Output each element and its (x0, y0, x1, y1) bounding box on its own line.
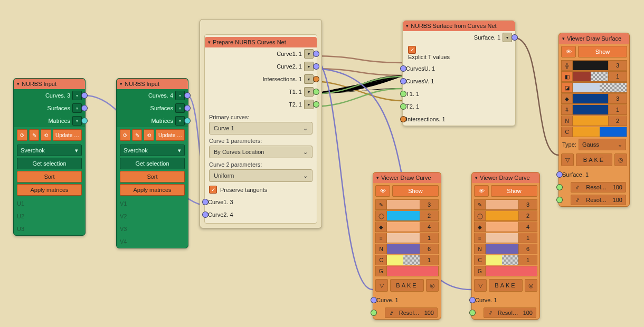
socket-icon[interactable] (313, 89, 319, 95)
sort-button[interactable]: Sort (17, 171, 82, 182)
color-swatch[interactable] (573, 127, 627, 137)
output-matrices[interactable]: Matrices ▾ (117, 114, 188, 127)
input-resolution-v[interactable]: ⫽ Resol… 100 (559, 194, 629, 206)
color-swatch[interactable] (486, 210, 519, 221)
bake-button[interactable]: BAKE (390, 279, 424, 292)
dropdown-icon[interactable]: ▾ (175, 103, 185, 113)
swatch-row[interactable]: N6 (474, 244, 537, 254)
dropdown-icon[interactable]: ▾ (175, 91, 185, 100)
node-header[interactable]: ▾ NURBS Input (14, 79, 85, 89)
output-matrices[interactable]: Matrices ▾ (14, 114, 85, 127)
dropdown-icon[interactable]: ▾ (72, 103, 82, 113)
swatch-row[interactable]: ◪ (561, 82, 627, 93)
input-curve[interactable]: Curve. 1 (472, 294, 539, 306)
row-icon[interactable]: ◆ (375, 222, 387, 232)
c1param-select[interactable]: By Curves Location⌄ (209, 146, 312, 158)
swatch-row[interactable]: N2 (561, 116, 627, 126)
row-icon[interactable]: ≡ (375, 233, 387, 243)
color-swatch[interactable] (387, 210, 420, 221)
socket-icon[interactable] (202, 199, 209, 205)
row-icon[interactable]: G (474, 266, 486, 276)
swatch-row[interactable]: G (474, 266, 537, 276)
swatch-row[interactable]: ╬3 (561, 60, 627, 71)
resolution-slider[interactable]: ⫽ Resol… 100 (571, 182, 626, 193)
row-icon[interactable]: # (561, 104, 573, 115)
row-icon[interactable]: ◯ (375, 210, 387, 221)
resolution-slider[interactable]: ⫽ Resol… 100 (571, 195, 626, 205)
dropdown-icon[interactable]: ▾ (175, 116, 185, 126)
socket-icon[interactable] (81, 92, 88, 99)
node-header[interactable]: ▾ Prepare NURBS Curves Net (205, 37, 317, 47)
get-selection-button[interactable]: Get selection (120, 158, 185, 169)
node-prepare-curves-net[interactable]: ▾ Prepare NURBS Curves Net Curve1. 1 ▾ C… (200, 19, 322, 228)
swatch-row[interactable]: ◧1 (561, 71, 627, 82)
socket-icon[interactable] (469, 297, 476, 303)
swatch-row[interactable]: N6 (375, 244, 439, 254)
node-viewer-draw-curve-a[interactable]: ▾ Viewer Draw Curve 👁 Show ✎3◯2◆4≡1N6C1G… (373, 172, 441, 320)
color-swatch[interactable] (573, 116, 609, 126)
get-selection-button[interactable]: Get selection (17, 158, 82, 169)
row-icon[interactable]: C (561, 127, 573, 137)
input-curve2[interactable]: Curve2. 4 (205, 208, 317, 221)
row-icon[interactable]: ✎ (474, 199, 486, 210)
socket-icon[interactable] (313, 101, 319, 108)
socket-icon[interactable] (81, 105, 88, 111)
row-value[interactable]: 2 (609, 116, 627, 126)
input-curves-v[interactable]: CurvesV. 1 (403, 75, 515, 88)
color-swatch[interactable] (387, 199, 420, 210)
swatch-row[interactable]: ◆4 (375, 222, 439, 232)
show-button[interactable]: Show (392, 185, 439, 197)
row-value[interactable]: 1 (519, 255, 537, 265)
output-intersections[interactable]: Intersections. 1 ▾ (205, 73, 317, 85)
node-nurbs-input-a[interactable]: ▾ NURBS Input Curves. 3 ▾ Surfaces ▾ Mat… (13, 78, 86, 236)
row-icon[interactable]: ◆ (474, 222, 486, 232)
input-curve1[interactable]: Curve1. 3 (205, 196, 317, 208)
row-icon[interactable]: ≡ (474, 233, 486, 243)
input-curve[interactable]: Curve. 1 (373, 294, 441, 306)
color-swatch[interactable] (486, 255, 519, 265)
tri-icon[interactable]: ▽ (474, 279, 487, 292)
row-icon[interactable]: ✎ (375, 199, 387, 210)
dropdown-icon[interactable]: ▾ (72, 116, 82, 126)
tree-select[interactable]: Sverchok▾ (17, 145, 82, 156)
socket-icon[interactable] (400, 103, 406, 110)
socket-icon[interactable] (556, 184, 563, 190)
type-select[interactable]: Gauss⌄ (579, 139, 626, 150)
node-header[interactable]: ▾ NURBS Input (117, 79, 188, 89)
ops-icon[interactable]: ✎ (132, 129, 143, 141)
tri-icon[interactable]: ▽ (375, 279, 388, 292)
row-icon[interactable]: ╬ (561, 60, 573, 71)
dropdown-icon[interactable]: ▾ (304, 74, 314, 84)
apply-matrices-button[interactable]: Apply matrices (120, 184, 185, 196)
socket-icon[interactable] (400, 91, 406, 97)
dropdown-icon[interactable]: ▾ (304, 87, 314, 97)
dropdown-icon[interactable]: ▾ (304, 62, 314, 71)
input-curves-u[interactable]: CurvesU. 1 (403, 62, 515, 75)
node-header[interactable]: ▾ Viewer Draw Curve (472, 172, 539, 183)
input-t1[interactable]: T1. 1 (403, 88, 515, 100)
color-swatch[interactable] (486, 222, 519, 232)
color-swatch[interactable] (486, 199, 519, 210)
color-swatch[interactable] (486, 266, 537, 276)
color-swatch[interactable] (387, 233, 420, 243)
socket-icon[interactable] (184, 105, 191, 111)
input-intersections[interactable]: Intersections. 1 (403, 113, 515, 126)
visibility-toggle[interactable]: 👁 (375, 185, 390, 197)
ops-icon[interactable]: ✎ (29, 129, 40, 141)
row-icon[interactable]: ◧ (561, 71, 573, 82)
preserve-tangents-checkbox[interactable]: ✓ Preserve tangents (205, 184, 317, 196)
swatch-row[interactable]: C1 (375, 255, 439, 265)
socket-icon[interactable] (184, 92, 191, 99)
row-value[interactable]: 2 (519, 210, 537, 221)
row-value[interactable]: 3 (519, 199, 537, 210)
row-value[interactable]: 6 (420, 244, 439, 254)
swatch-row[interactable]: ◯2 (474, 210, 537, 221)
color-swatch[interactable] (387, 266, 439, 276)
swatch-row[interactable]: C (561, 127, 627, 137)
output-surfaces[interactable]: Surfaces ▾ (14, 102, 85, 114)
output-surface[interactable]: Surface. 1 ▾ (403, 31, 515, 44)
node-header[interactable]: ▾ Viewer Draw Surface (559, 33, 629, 44)
row-value[interactable]: 4 (420, 222, 439, 232)
row-value[interactable]: 1 (609, 104, 627, 115)
row-icon[interactable]: N (561, 116, 573, 126)
